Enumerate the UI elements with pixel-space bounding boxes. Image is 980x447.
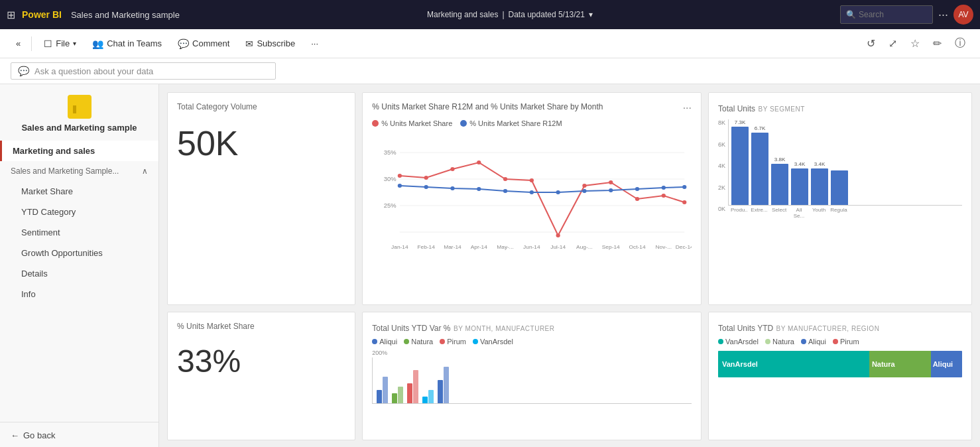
small-bar-4-1 [444, 367, 449, 403]
powerbi-logo: Power BI [22, 9, 62, 20]
chart-header: % Units Market Share R12M and % Units Ma… [372, 102, 692, 114]
label-aliqui: Aliqui [379, 338, 397, 346]
go-back-button[interactable]: ← Go back [11, 430, 148, 440]
svg-point-18 [609, 180, 613, 184]
y-label-6k: 6K [718, 141, 725, 148]
y-label-4k: 4K [718, 162, 725, 169]
actionbar-more-button[interactable]: ··· [304, 36, 325, 51]
card-title-units-ytd-var: Total Units YTD Var % [372, 324, 450, 333]
card-value-units-market-share: 33% [177, 343, 345, 379]
stacked-segment-natura: Natura [869, 351, 931, 377]
info-button[interactable]: ⓘ [951, 34, 969, 53]
svg-point-25 [477, 187, 481, 191]
legend-pirum: Pirum [440, 338, 466, 346]
sidebar-item-marketing-and-sales[interactable]: Marketing and sales [0, 141, 158, 161]
edit-button[interactable]: ✏ [929, 34, 946, 52]
card-total-units-ytd-var: Total Units YTD Var % BY MONTH, MANUFACT… [362, 312, 702, 441]
bar-group-1: 6.7K [751, 125, 768, 205]
y-label-8k: 8K [718, 119, 725, 126]
bar-group-2: 3.8K [771, 157, 788, 205]
sidebar-section-chevron: ∧ [142, 166, 148, 176]
chevron-down-icon[interactable]: ▾ [589, 10, 593, 19]
svg-text:Aug-...: Aug-... [576, 244, 593, 250]
subscribe-icon: ✉ [245, 38, 253, 49]
bar-group-5 [831, 169, 848, 205]
small-bar-2-0 [407, 383, 412, 403]
main-layout: Sales and Marketing sample Marketing and… [0, 84, 980, 447]
sidebar-item-details[interactable]: Details [0, 263, 158, 284]
favorite-button[interactable]: ☆ [906, 34, 924, 52]
svg-rect-1 [78, 103, 81, 113]
bar-3 [791, 168, 808, 205]
bar-value-1: 6.7K [755, 125, 765, 131]
legend-ytd-pirum: Pirum [833, 338, 859, 346]
svg-point-15 [530, 178, 534, 182]
more-options-button[interactable]: ··· [938, 8, 948, 22]
svg-point-22 [398, 184, 402, 188]
bar-xlabel-4: Youth [810, 207, 827, 219]
line-chart-more-button[interactable]: ··· [683, 102, 692, 114]
legend-item-0: % Units Market Share [372, 119, 452, 127]
units-ytd-legend: VanArsdel Natura Aliqui Pirum [718, 338, 962, 346]
subscribe-button[interactable]: ✉ Subscribe [239, 36, 302, 52]
search-input[interactable] [859, 10, 927, 19]
bar-xlabel-2: Select [770, 207, 788, 219]
sidebar-item-ytd-category[interactable]: YTD Category [0, 202, 158, 222]
card-title-total-units-ytd: Total Units YTD [718, 324, 773, 333]
card-title-category-volume: Total Category Volume [177, 102, 345, 111]
comment-button[interactable]: 💬 Comment [171, 36, 236, 52]
svg-text:Dec-14: Dec-14 [676, 244, 692, 250]
svg-point-19 [635, 197, 639, 201]
sidebar-section-header[interactable]: Sales and Marketing Sample... ∧ [0, 161, 158, 181]
teams-icon: 👥 [92, 38, 103, 49]
small-bar-1-1 [398, 387, 403, 403]
svg-point-30 [609, 188, 613, 192]
chat-in-teams-button[interactable]: 👥 Chat in Teams [86, 36, 168, 52]
small-bar-0-1 [383, 377, 388, 403]
sidebar-item-growth-opportunities[interactable]: Growth Opportunities [0, 243, 158, 263]
bar-value-0: 7.3K [735, 119, 745, 125]
grid-icon[interactable]: ⊞ [7, 9, 15, 21]
line-chart-legend: % Units Market Share % Units Market Shar… [372, 119, 692, 127]
dot-ytd-pirum [833, 339, 838, 344]
expand-button[interactable]: ⤢ [885, 34, 901, 52]
svg-point-11 [424, 176, 428, 180]
avatar[interactable]: AV [953, 5, 973, 25]
label-vanarsdel: VanArsdel [480, 338, 513, 346]
bar-2 [771, 164, 788, 205]
sidebar-footer: ← Go back [0, 422, 158, 447]
svg-point-26 [503, 189, 507, 193]
small-bar-4-0 [438, 380, 443, 403]
search-box[interactable]: 🔍 [840, 5, 933, 24]
qa-bar: 💬 Ask a question about your data [0, 58, 980, 84]
file-button[interactable]: ☐ File ▾ [37, 36, 83, 52]
svg-point-24 [451, 186, 455, 190]
sidebar-item-market-share[interactable]: Market Share [0, 181, 158, 202]
bar-value-2: 3.8K [774, 157, 785, 162]
back-button[interactable]: « [11, 36, 26, 51]
separator [31, 36, 32, 51]
label-ytd-natura: Natura [772, 338, 794, 346]
qa-input[interactable]: 💬 Ask a question about your data [11, 62, 276, 80]
chat-label: Chat in Teams [107, 38, 162, 48]
dot-ytd-natura [765, 339, 770, 344]
dashboard-content: Total Category Volume 50K % Units Market… [159, 84, 980, 447]
search-icon: 🔍 [846, 10, 856, 19]
y-label-0k: 0K [718, 206, 725, 212]
svg-point-10 [398, 174, 402, 178]
file-icon: ☐ [44, 38, 52, 49]
svg-point-28 [556, 190, 560, 194]
qa-icon: 💬 [18, 66, 29, 76]
svg-point-23 [424, 185, 428, 189]
sidebar-item-sentiment[interactable]: Sentiment [0, 222, 158, 243]
go-back-label: Go back [23, 430, 55, 440]
sidebar-nav: Marketing and sales Sales and Marketing … [0, 138, 158, 307]
label-ytd-aliqui: Aliqui [808, 338, 826, 346]
bar-group-4: 3.4K [811, 161, 828, 205]
sidebar-item-info[interactable]: Info [0, 284, 158, 304]
refresh-button[interactable]: ↺ [863, 34, 879, 52]
back-icon: « [16, 38, 21, 48]
ytd-var-bar-chart [372, 357, 692, 404]
card-value-category-volume: 50K [177, 123, 345, 163]
bar-5 [831, 170, 848, 205]
